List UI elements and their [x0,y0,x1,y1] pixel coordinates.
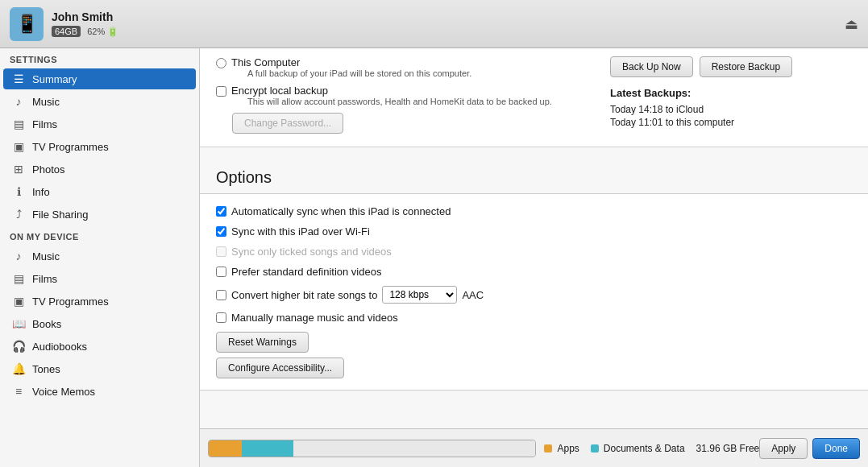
music-icon: ♪ [11,95,26,108]
sidebar-item-music2[interactable]: ♪ Music [3,246,196,267]
auto-sync-row: Automatically sync when this iPad is con… [216,205,852,217]
backup-row: This Computer A full backup of your iPad… [216,56,852,134]
sidebar-item-music[interactable]: ♪ Music [3,91,196,112]
storage-legend: Apps Documents & Data 31.96 GB Free [544,443,759,454]
tv2-icon: ▣ [11,295,26,308]
manually-manage-label[interactable]: Manually manage music and videos [231,312,398,324]
sidebar-item-filesharing[interactable]: ⤴ File Sharing [3,204,196,225]
info-icon: ℹ [11,185,26,198]
sidebar-item-books[interactable]: 📖 Books [3,313,196,334]
sidebar-label-films2: Films [32,273,57,285]
convert-bitrate-select[interactable]: 128 kbps 192 kbps 256 kbps 320 kbps [382,286,457,304]
audiobooks-icon: 🎧 [11,340,26,353]
content-area: This Computer A full backup of your iPad… [200,48,868,467]
docs-dot [591,444,599,453]
back-up-now-button[interactable]: Back Up Now [610,56,693,77]
sidebar-item-films[interactable]: ▤ Films [3,114,196,134]
device-name: John Smith [52,10,118,23]
manually-manage-row: Manually manage music and videos [216,312,852,324]
wifi-sync-label[interactable]: Sync with this iPad over Wi-Fi [231,225,370,238]
apps-segment [209,440,242,457]
sidebar-item-info[interactable]: ℹ Info [3,181,196,202]
latest-backups-title: Latest Backups: [610,87,852,99]
options-title: Options [200,155,868,193]
sidebar-item-tv2[interactable]: ▣ TV Programmes [3,291,196,312]
this-computer-label[interactable]: This Computer [231,56,300,68]
storage-bar [208,440,536,457]
sidebar: Settings ☰ Summary ♪ Music ▤ Films ▣ TV … [0,48,200,467]
latest-backup-1: Today 14:18 to iCloud [610,104,852,115]
sidebar-label-music2: Music [32,250,60,262]
sidebar-label-tones: Tones [32,363,60,375]
sidebar-label-filesharing: File Sharing [32,209,88,221]
convert-checkbox[interactable] [216,290,226,300]
device-meta: 64GB 62% 🔋 [52,26,118,37]
sidebar-item-tv[interactable]: ▣ TV Programmes [3,136,196,157]
ticked-songs-label[interactable]: Sync only ticked songs and videos [231,246,392,258]
standard-def-row: Prefer standard definition videos [216,266,852,278]
device-icon: 📱 [10,7,44,41]
this-computer-radio[interactable] [216,58,226,68]
sidebar-label-music: Music [32,96,60,108]
sidebar-label-summary: Summary [32,73,77,85]
sidebar-item-tones[interactable]: 🔔 Tones [3,358,196,379]
scroll-area: This Computer A full backup of your iPad… [200,48,868,428]
ticked-songs-checkbox[interactable] [216,246,226,257]
device-info: John Smith 64GB 62% 🔋 [52,10,118,37]
sidebar-label-audiobooks: Audiobooks [32,341,87,353]
change-password-button[interactable]: Change Password... [232,113,343,134]
storage-bar-wrapper: Apps Documents & Data 31.96 GB Free [208,440,759,457]
convert-row: Convert higher bit rate songs to 128 kbp… [216,286,852,304]
this-computer-option: This Computer A full backup of your iPad… [216,56,600,78]
bottom-bar: Apps Documents & Data 31.96 GB Free Appl… [200,428,868,467]
on-my-device-section-title: On My Device [0,225,199,245]
latest-backups: Latest Backups: Today 14:18 to iCloud To… [610,87,852,128]
docs-segment [242,440,294,457]
docs-label: Documents & Data [604,443,685,454]
restore-backup-button[interactable]: Restore Backup [700,56,792,77]
encrypt-option: Encrypt local backup This will allow acc… [216,85,600,106]
sidebar-label-films: Films [32,118,57,130]
sidebar-item-audiobooks[interactable]: 🎧 Audiobooks [3,336,196,357]
films-icon: ▤ [11,118,26,130]
sidebar-label-photos: Photos [32,163,64,176]
encrypt-checkbox[interactable] [216,86,226,97]
sidebar-label-tv2: TV Programmes [32,295,109,308]
wifi-sync-checkbox[interactable] [216,226,226,237]
battery-level: 62% 🔋 [87,27,118,37]
main-layout: Settings ☰ Summary ♪ Music ▤ Films ▣ TV … [0,48,868,467]
backup-right: Back Up Now Restore Backup Latest Backup… [610,56,852,130]
convert-format-label: AAC [462,289,484,301]
latest-backup-2: Today 11:01 to this computer [610,117,852,128]
encrypt-label[interactable]: Encrypt local backup [231,85,328,97]
eject-button[interactable]: ⏏ [845,15,858,33]
reset-warnings-button[interactable]: Reset Warnings [216,332,309,353]
films2-icon: ▤ [11,272,26,285]
sidebar-item-photos[interactable]: ⊞ Photos [3,159,196,180]
header: 📱 John Smith 64GB 62% 🔋 ⏏ [0,0,868,48]
sidebar-item-films2[interactable]: ▤ Films [3,268,196,289]
free-segment [293,440,535,457]
voicememos-icon: ≡ [11,385,26,398]
apps-dot [544,444,552,453]
ticked-songs-row: Sync only ticked songs and videos [216,246,852,258]
apply-button[interactable]: Apply [759,438,808,459]
manually-manage-checkbox[interactable] [216,312,226,323]
standard-def-label[interactable]: Prefer standard definition videos [231,266,381,278]
backup-button-row: Back Up Now Restore Backup [610,56,852,77]
filesharing-icon: ⤴ [11,208,26,221]
auto-sync-label[interactable]: Automatically sync when this iPad is con… [231,205,451,217]
done-button[interactable]: Done [812,438,860,459]
tv-icon: ▣ [11,140,26,153]
standard-def-checkbox[interactable] [216,267,226,277]
configure-accessibility-button[interactable]: Configure Accessibility... [216,357,344,378]
auto-sync-checkbox[interactable] [216,206,226,217]
sidebar-item-summary[interactable]: ☰ Summary [3,68,196,89]
option-buttons: Reset Warnings [216,332,852,353]
convert-label[interactable]: Convert higher bit rate songs to [231,289,377,301]
sidebar-item-voicememos[interactable]: ≡ Voice Memos [3,381,196,402]
summary-icon: ☰ [11,72,26,85]
free-label: 31.96 GB Free [696,443,760,454]
bottom-buttons: Apply Done [759,438,860,459]
this-computer-desc: A full backup of your iPad will be store… [247,68,471,78]
